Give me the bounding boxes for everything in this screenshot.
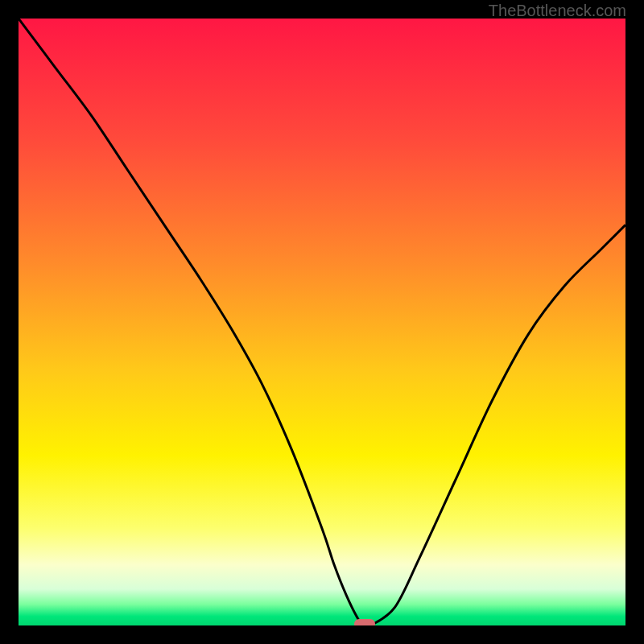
plot-area — [19, 19, 625, 625]
watermark-text: TheBottleneck.com — [489, 2, 626, 20]
bottleneck-curve — [19, 19, 625, 625]
optimal-marker — [354, 619, 375, 625]
chart-canvas: TheBottleneck.com — [0, 0, 644, 644]
